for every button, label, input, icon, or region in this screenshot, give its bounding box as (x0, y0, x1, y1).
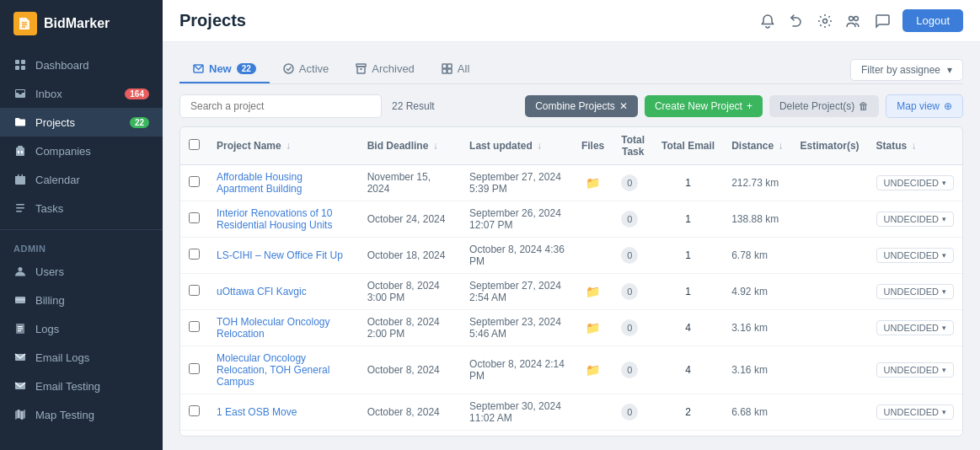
project-name-link[interactable]: LS-CIHI – New Office Fit Up (217, 249, 343, 261)
row-project-name: Affordable Housing Apartment Building (208, 165, 359, 201)
row-total-email: 1 (653, 431, 723, 437)
active-icon (283, 63, 294, 74)
col-distance[interactable]: Distance ↓ (723, 127, 791, 165)
sidebar-item-map-testing[interactable]: Map Testing (0, 400, 163, 429)
search-input[interactable] (179, 94, 382, 118)
sidebar-item-label: Inbox (35, 88, 62, 100)
content-area: New 22 Active Archived (163, 42, 980, 450)
col-status[interactable]: Status ↓ (868, 127, 962, 165)
row-last-updated: October 8, 2024 2:14 PM (461, 346, 573, 394)
row-distance: 212.73 km (723, 165, 791, 201)
chevron-down-icon: ▾ (942, 179, 946, 187)
row-checkbox[interactable] (189, 321, 200, 332)
row-checkbox[interactable] (189, 176, 200, 187)
create-project-button[interactable]: Create New Project + (645, 95, 763, 117)
status-badge[interactable]: UNDECIDED ▾ (876, 248, 954, 263)
notifications-icon[interactable] (759, 13, 776, 29)
sidebar-item-calendar[interactable]: Calendar (0, 165, 163, 194)
sidebar-logo[interactable]: BidMarker (0, 0, 163, 47)
sort-arrow-status: ↓ (912, 140, 917, 152)
sidebar-item-label: Projects (35, 116, 75, 129)
row-files (573, 201, 613, 238)
file-icon: 📁 (586, 176, 600, 190)
chevron-down-icon: ▾ (942, 324, 946, 332)
tab-archived[interactable]: Archived (342, 56, 428, 83)
status-badge[interactable]: UNDECIDED ▾ (876, 320, 954, 335)
svg-rect-9 (15, 176, 25, 179)
undo-icon[interactable] (788, 13, 805, 29)
tab-active[interactable]: Active (270, 56, 342, 83)
row-distance: 6.78 km (723, 238, 791, 274)
svg-rect-17 (15, 299, 25, 301)
sidebar-item-billing[interactable]: Billing (0, 286, 163, 314)
table-header-row: Project Name ↓ Bid Deadline ↓ Last updat… (180, 127, 962, 165)
project-name-link[interactable]: uOttawa CFI Kavgic (217, 286, 307, 297)
row-checkbox[interactable] (189, 249, 200, 260)
select-all-checkbox[interactable] (189, 139, 200, 150)
project-name-link[interactable]: Affordable Housing Apartment Building (217, 171, 303, 195)
row-checkbox[interactable] (189, 212, 200, 223)
users-icon[interactable] (845, 13, 862, 29)
task-count-badge: 0 (621, 362, 638, 378)
page-title: Projects (179, 11, 246, 30)
sidebar-item-inbox[interactable]: Inbox 164 (0, 79, 163, 108)
table-row: LS-CIHI – New Office Fit Up October 18, … (180, 238, 962, 274)
project-name-link[interactable]: 1 East OSB Move (217, 406, 297, 418)
main-content: Projects (163, 0, 980, 450)
sidebar-item-companies[interactable]: Companies (0, 137, 163, 165)
row-distance: 6.68 km (723, 394, 791, 431)
row-status: UNDECIDED ▾ (868, 201, 962, 238)
svg-rect-36 (447, 69, 452, 73)
row-checkbox[interactable] (189, 363, 200, 374)
col-project-name[interactable]: Project Name ↓ (208, 127, 359, 165)
header: Projects (163, 0, 980, 42)
sidebar-item-logs[interactable]: Logs (0, 314, 163, 343)
sidebar-item-projects[interactable]: Projects 22 (0, 108, 163, 137)
row-total-task: 0 (613, 431, 653, 437)
status-badge[interactable]: UNDECIDED ▾ (876, 362, 954, 378)
col-last-updated[interactable]: Last updated ↓ (461, 127, 573, 165)
file-icon: 📁 (586, 285, 600, 298)
row-files (573, 394, 613, 431)
tab-new[interactable]: New 22 (179, 56, 270, 83)
filter-assignee-dropdown[interactable]: Filter by assignee ▾ (850, 59, 963, 81)
row-checkbox[interactable] (189, 405, 200, 416)
chat-icon[interactable] (874, 13, 891, 29)
map-view-button[interactable]: Map view ⊕ (886, 94, 963, 118)
svg-rect-20 (18, 329, 23, 329)
project-name-link[interactable]: Molecular Oncology Relocation, TOH Gener… (217, 352, 329, 388)
status-badge[interactable]: UNDECIDED ▾ (876, 175, 954, 190)
settings-icon[interactable] (817, 13, 833, 29)
row-total-task: 0 (613, 310, 653, 346)
status-badge[interactable]: UNDECIDED ▾ (876, 404, 954, 420)
sidebar-item-email-logs[interactable]: Email Logs (0, 343, 163, 372)
map-testing-icon (13, 408, 27, 421)
table-row: 1 East OSB Move October 8, 2024 Septembe… (180, 394, 962, 431)
col-bid-deadline[interactable]: Bid Deadline ↓ (359, 127, 461, 165)
all-icon (442, 63, 453, 74)
sidebar: BidMarker Dashboard Inbox 164 (0, 0, 163, 450)
project-name-link[interactable]: TOH Molecular Oncology Relocation (217, 316, 330, 340)
tab-all[interactable]: All (428, 56, 483, 83)
projects-table: Project Name ↓ Bid Deadline ↓ Last updat… (180, 127, 962, 437)
sidebar-item-label: Map Testing (35, 409, 94, 421)
row-total-email: 1 (653, 201, 723, 238)
sidebar-item-email-testing[interactable]: Email Testing (0, 372, 163, 400)
logout-button[interactable]: Logout (902, 9, 963, 32)
row-estimators (792, 165, 868, 201)
row-checkbox[interactable] (189, 285, 200, 296)
col-files: Files (573, 127, 613, 165)
checkbox-header (180, 127, 208, 165)
sidebar-item-dashboard[interactable]: Dashboard (0, 51, 163, 79)
row-total-task: 0 (613, 394, 653, 431)
delete-projects-button[interactable]: Delete Project(s) 🗑 (769, 95, 879, 117)
project-name-link[interactable]: Interior Renovations of 10 Residential H… (217, 207, 332, 231)
sidebar-item-users[interactable]: Users (0, 257, 163, 286)
sidebar-item-tasks[interactable]: Tasks (0, 194, 163, 222)
status-badge[interactable]: UNDECIDED ▾ (876, 284, 954, 299)
combine-projects-button[interactable]: Combine Projects ✕ (525, 95, 638, 117)
status-badge[interactable]: UNDECIDED ▾ (876, 212, 954, 227)
building-icon (13, 144, 27, 158)
tab-bar: New 22 Active Archived (179, 56, 963, 84)
trash-icon: 🗑 (859, 100, 869, 112)
